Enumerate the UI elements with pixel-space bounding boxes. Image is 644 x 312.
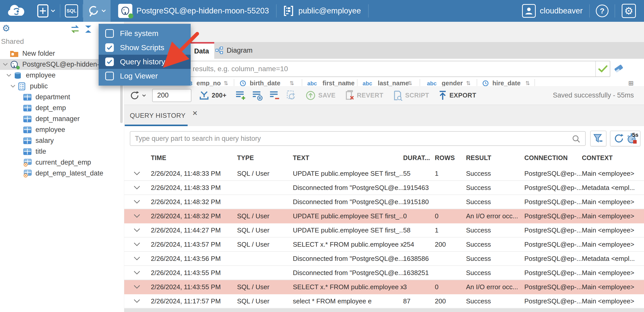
filter-expression-input[interactable]: [129, 61, 610, 77]
refresh-selection-button[interactable]: [286, 90, 296, 101]
expand-chevron-icon[interactable]: [129, 242, 145, 246]
tree-item-table[interactable]: employee: [0, 124, 124, 135]
menu-item-file-system[interactable]: File system: [99, 26, 191, 41]
column-header-type[interactable]: TYPE: [237, 154, 293, 162]
column-header-context[interactable]: CONTEXT: [582, 154, 644, 162]
clear-filter-button[interactable]: [613, 63, 624, 74]
expand-chevron-icon[interactable]: [129, 171, 145, 175]
expand-chevron-icon[interactable]: [129, 299, 145, 303]
search-icon: [572, 135, 581, 144]
topbar-divider: [276, 4, 277, 17]
save-button[interactable]: SAVE: [306, 90, 335, 101]
grid-column[interactable]: gender: [442, 80, 463, 86]
tree-item-table[interactable]: dept_manager: [0, 113, 124, 124]
sql-editor-button[interactable]: SQL: [60, 0, 83, 22]
sort-icon[interactable]: ⇅: [224, 80, 228, 86]
tree-item-table[interactable]: dept_emp: [0, 103, 124, 113]
query-history-row[interactable]: 2/26/2024, 11:43:55 PM Disconnected from…: [124, 266, 644, 280]
close-icon[interactable]: ✕: [192, 109, 198, 117]
horizontal-scrollbar[interactable]: [124, 308, 644, 312]
help-button[interactable]: ?: [590, 0, 615, 22]
expand-chevron-icon[interactable]: [129, 214, 145, 218]
query-history-refresh-button[interactable]: 5s: [610, 131, 640, 146]
collapse-all-icon[interactable]: [84, 25, 93, 34]
delete-row-button[interactable]: [270, 90, 280, 101]
chevron-down-icon[interactable]: [5, 74, 13, 77]
settings-button[interactable]: ⚙: [615, 0, 642, 22]
grid-column[interactable]: hire_date: [492, 80, 521, 86]
grid-column[interactable]: emp_no: [196, 80, 221, 86]
menu-item-log-viewer[interactable]: Log Viewer: [99, 69, 191, 83]
query-history-filter-button[interactable]: [590, 131, 606, 146]
checkbox-icon[interactable]: [105, 72, 114, 80]
tree-item-table[interactable]: title: [0, 146, 124, 157]
user-menu[interactable]: cloudbeaver: [522, 0, 583, 22]
column-header-result[interactable]: RESULT: [466, 154, 524, 162]
menu-item-show-scripts[interactable]: Show Scripts: [99, 41, 191, 55]
tab-data[interactable]: Data: [189, 42, 214, 59]
add-row-button[interactable]: [236, 90, 246, 101]
active-connection[interactable]: PostgreSQL@ep-hidden-moon-55203: [118, 0, 269, 22]
sort-icon[interactable]: ⇅: [466, 80, 471, 86]
expand-chevron-icon[interactable]: [129, 228, 145, 232]
chevron-down-icon[interactable]: [2, 63, 9, 66]
expand-chevron-icon[interactable]: [129, 200, 145, 204]
query-history-row[interactable]: 2/26/2024, 11:43:57 PM SQL / User SELECT…: [124, 238, 644, 252]
menu-item-query-history[interactable]: Query history: [99, 55, 191, 69]
sync-connection-icon[interactable]: [70, 25, 80, 34]
fetch-more-button[interactable]: 200+: [199, 91, 226, 100]
column-header-connection[interactable]: CONNECTION: [524, 154, 582, 162]
checkbox-icon[interactable]: [105, 43, 114, 52]
cloudbeaver-logo[interactable]: [0, 4, 32, 18]
chevron-down-icon[interactable]: [9, 85, 17, 88]
fetch-size-input[interactable]: [152, 89, 191, 102]
column-picker-icon[interactable]: ⊞: [628, 80, 634, 86]
schema-context[interactable]: public@employee: [283, 0, 361, 22]
apply-filter-button[interactable]: [595, 61, 610, 76]
sort-icon[interactable]: ⇅: [525, 80, 530, 86]
chevron-down-icon: [101, 9, 106, 12]
new-object-button[interactable]: [32, 0, 60, 22]
column-header-text[interactable]: TEXT: [293, 154, 403, 162]
export-button[interactable]: EXPORT: [438, 90, 476, 101]
expand-chevron-icon[interactable]: [129, 257, 145, 261]
script-button[interactable]: SCRIPT: [392, 90, 429, 101]
query-history-row[interactable]: 2/26/2024, 11:48:33 PM SQL / User UPDATE…: [124, 167, 644, 181]
query-history-search-input[interactable]: [130, 131, 586, 146]
duplicate-row-button[interactable]: [252, 90, 263, 101]
checkbox-icon[interactable]: [105, 29, 114, 38]
query-history-row[interactable]: 2/26/2024, 11:43:56 PM Disconnected from…: [124, 252, 644, 266]
tools-menu-button[interactable]: [83, 0, 111, 22]
cell-result: Success: [466, 241, 524, 248]
grid-column[interactable]: birth_date: [250, 80, 280, 86]
query-history-row[interactable]: 2/26/2024, 11:43:55 PM SQL / User SELECT…: [124, 280, 644, 294]
expand-chevron-icon[interactable]: [129, 285, 145, 289]
refresh-button[interactable]: [129, 90, 146, 101]
checkbox-icon[interactable]: [105, 57, 114, 66]
expand-chevron-icon[interactable]: [129, 186, 145, 190]
tree-item-table[interactable]: salary: [0, 135, 124, 146]
column-header-rows[interactable]: ROWS: [435, 154, 466, 162]
tree-item-view[interactable]: current_dept_emp: [0, 157, 124, 168]
navigator-settings-icon[interactable]: ⚙: [2, 24, 10, 33]
query-history-tab[interactable]: QUERY HISTORY ✕: [125, 105, 203, 126]
grid-column[interactable]: last_name: [378, 80, 409, 86]
tree-item-table[interactable]: department: [0, 92, 124, 103]
tree-item-view[interactable]: dept_emp_latest_date: [0, 168, 124, 179]
query-history-row[interactable]: 2/26/2024, 11:44:27 PM SQL / User UPDATE…: [124, 223, 644, 238]
tab-diagram[interactable]: Diagram: [216, 42, 253, 59]
sort-icon[interactable]: ⇅: [408, 80, 412, 86]
cell-result: An I/O error occ...: [466, 212, 524, 220]
expand-chevron-icon[interactable]: [129, 271, 145, 275]
column-header-duration[interactable]: DURAT...: [403, 154, 435, 162]
query-history-row[interactable]: 2/26/2024, 11:48:32 PM Disconnected from…: [124, 195, 644, 209]
revert-button[interactable]: REVERT: [345, 90, 383, 101]
sort-icon[interactable]: ⇅: [345, 80, 350, 86]
cell-text: Disconnected from "PostgreSQL@e...: [293, 198, 403, 206]
sort-icon[interactable]: ⇅: [290, 80, 294, 86]
query-history-row[interactable]: 2/26/2024, 11:48:32 PM SQL / User UPDATE…: [124, 209, 644, 223]
query-history-row[interactable]: 2/26/2024, 11:48:33 PM Disconnected from…: [124, 181, 644, 195]
column-header-time[interactable]: TIME: [151, 154, 237, 162]
schema-icon: [17, 82, 27, 90]
query-history-row[interactable]: 2/26/2024, 11:17:57 PM SQL / User select…: [124, 294, 644, 308]
